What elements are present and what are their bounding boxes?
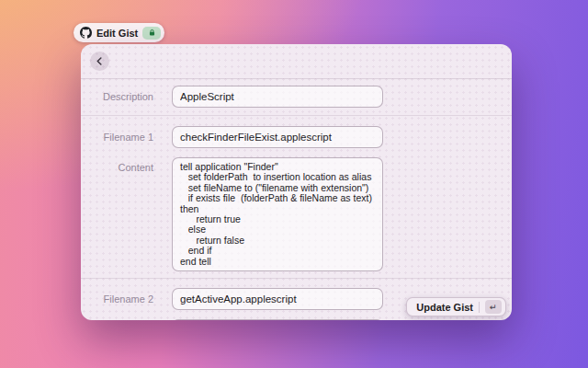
form-row-content-1: Content tell application "Finder" set fo… [81, 157, 512, 271]
window-header [81, 44, 512, 79]
chevron-left-icon [96, 57, 104, 65]
divider [81, 115, 512, 116]
app-title-pill[interactable]: Edit Gist [74, 23, 164, 42]
description-label: Description [81, 91, 172, 102]
edit-gist-window: Description Filename 1 Content tell appl… [81, 44, 512, 320]
content-1-label: Content [81, 157, 172, 173]
secret-gist-badge [142, 27, 161, 40]
desktop-background: Edit Gist Description Filename 1 [0, 0, 588, 368]
filename-1-label: Filename 1 [81, 132, 172, 143]
form-row-content-2: Content tell application "System Events"… [81, 319, 512, 320]
content-2-label: Content [81, 319, 172, 320]
description-input[interactable] [172, 86, 383, 108]
form-row-description: Description [81, 86, 512, 108]
back-button[interactable] [90, 52, 109, 71]
app-title: Edit Gist [96, 28, 138, 39]
button-divider [479, 302, 480, 313]
filename-2-label: Filename 2 [81, 293, 172, 305]
return-key-icon: ↵ [485, 300, 502, 314]
filename-1-input[interactable] [172, 126, 383, 148]
form-row-filename-1: Filename 1 [81, 126, 512, 148]
filename-2-input[interactable] [172, 288, 383, 310]
lock-icon [148, 29, 156, 37]
update-gist-button[interactable]: Update Gist ↵ [406, 297, 506, 316]
github-icon [80, 27, 92, 39]
divider [81, 278, 512, 279]
update-gist-label: Update Gist [416, 302, 473, 313]
content-1-textarea[interactable]: tell application "Finder" set folderPath… [172, 157, 383, 271]
content-2-textarea[interactable]: tell application "System Events" set act… [172, 319, 383, 320]
